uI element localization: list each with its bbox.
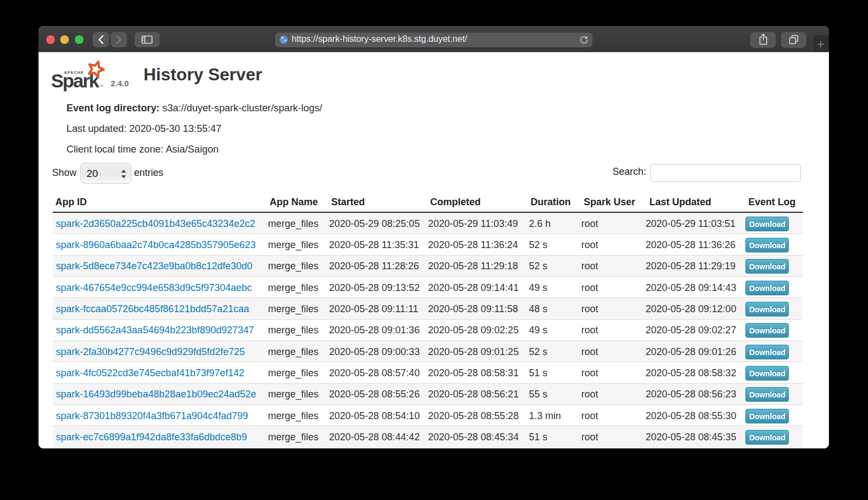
svg-text:TM: TM [100, 84, 104, 87]
